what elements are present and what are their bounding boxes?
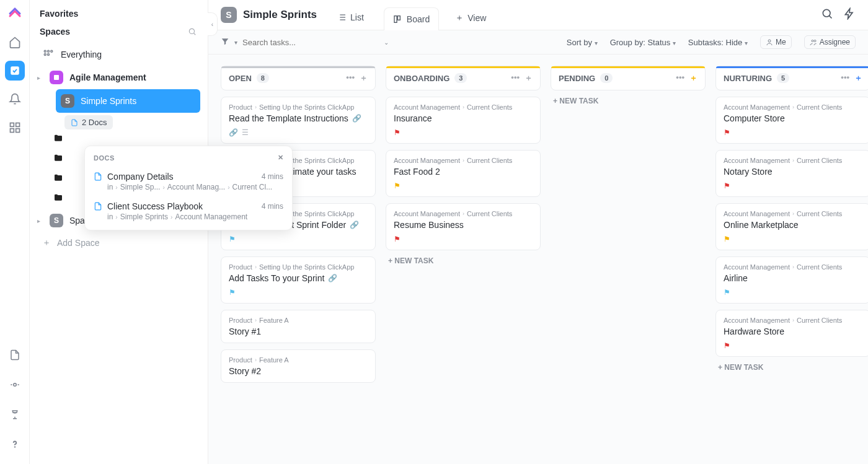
task-card[interactable]: Account Management ›Current Clients Nota…: [715, 150, 868, 197]
new-task-button[interactable]: + NEW TASK: [386, 250, 541, 271]
sidebar-item-simple-sprints[interactable]: S Simple Sprints: [56, 89, 200, 113]
goals-icon[interactable]: [5, 405, 25, 424]
svg-rect-15: [397, 15, 400, 20]
priority-flag-icon: ⚑: [394, 182, 401, 190]
favorites-heading[interactable]: Favorites: [37, 9, 200, 19]
attachment-icon: 🔗: [350, 221, 359, 229]
task-breadcrumb: Account Management ›Current Clients: [394, 157, 533, 164]
new-task-button[interactable]: + NEW TASK: [715, 357, 868, 378]
board[interactable]: OPEN 8 ••• ＋ Product ›Setting Up the Spr…: [208, 55, 868, 464]
task-breadcrumb: Account Management ›Current Clients: [394, 210, 533, 217]
priority-flag-icon: ⚑: [724, 128, 730, 137]
column-header[interactable]: ONBOARDING 3 ••• ＋: [386, 66, 541, 90]
search-spaces-icon[interactable]: [187, 26, 198, 37]
plus-icon: ＋: [455, 12, 464, 24]
svg-point-6: [14, 447, 15, 447]
add-task-icon[interactable]: ＋: [360, 72, 368, 84]
svg-point-8: [44, 50, 46, 52]
tab-list[interactable]: List: [328, 6, 373, 30]
close-icon[interactable]: ✕: [278, 154, 284, 162]
add-task-icon[interactable]: ＋: [854, 72, 862, 84]
column-header[interactable]: OPEN 8 ••• ＋: [221, 66, 376, 90]
collapse-sidebar-button[interactable]: ‹: [208, 12, 218, 36]
column-name: NURTURING: [724, 74, 772, 83]
subtasks-button[interactable]: Subtasks: Hide ▾: [688, 38, 748, 47]
task-card[interactable]: Product ›Feature A Story #1: [221, 310, 376, 343]
help-icon[interactable]: [5, 434, 25, 454]
new-task-button[interactable]: + NEW TASK: [551, 90, 706, 112]
column-count: 0: [600, 73, 613, 83]
search-icon[interactable]: [821, 7, 833, 22]
spaces-heading[interactable]: Spaces: [40, 27, 70, 37]
add-view-button[interactable]: ＋ View: [450, 6, 491, 30]
column-menu-icon[interactable]: •••: [676, 72, 684, 84]
me-filter-button[interactable]: Me: [760, 35, 792, 49]
search-tasks-input[interactable]: [242, 38, 329, 47]
column-menu-icon[interactable]: •••: [841, 72, 849, 84]
priority-flag-icon: ⚑: [229, 288, 236, 297]
task-title: Fast Food 2: [394, 167, 533, 177]
task-title: Computer Store: [724, 113, 862, 123]
task-card[interactable]: Account Management ›Current Clients Onli…: [715, 203, 868, 250]
column-menu-icon[interactable]: •••: [511, 72, 520, 84]
task-card[interactable]: Account Management ›Current Clients Hard…: [715, 310, 868, 357]
group-by-button[interactable]: Group by: Status ▾: [610, 38, 676, 47]
task-card[interactable]: Account Management ›Current Clients Fast…: [386, 150, 541, 197]
column-header[interactable]: NURTURING 5 ••• ＋: [715, 66, 868, 90]
sidebar-item-everything[interactable]: Everything: [37, 43, 200, 66]
task-card[interactable]: Account Management ›Current Clients Airl…: [715, 256, 868, 304]
task-breadcrumb: Product ›Feature A: [229, 356, 368, 364]
add-task-icon[interactable]: ＋: [525, 72, 533, 84]
column-header[interactable]: PENDING 0 ••• ＋: [551, 66, 706, 90]
tasks-icon[interactable]: [5, 61, 25, 81]
caret-icon[interactable]: ▸: [37, 217, 45, 224]
column-count: 3: [454, 73, 467, 83]
task-card[interactable]: Product ›Setting Up the Sprints ClickApp…: [221, 256, 376, 304]
sort-by-button[interactable]: Sort by ▾: [567, 38, 598, 47]
doc-row[interactable]: Company Details 4 mins in ›Simple Sp... …: [85, 167, 292, 196]
task-card[interactable]: Account Management ›Current Clients Comp…: [715, 97, 868, 144]
task-card[interactable]: Account Management ›Current Clients Insu…: [386, 97, 541, 144]
page-badge: S: [221, 7, 237, 23]
task-card[interactable]: Product ›Feature A Story #2: [221, 349, 376, 383]
priority-flag-icon: ⚑: [724, 182, 730, 190]
notifications-icon[interactable]: [5, 89, 25, 109]
caret-icon[interactable]: ▸: [37, 74, 45, 81]
doc-breadcrumb: in ›Simple Sp... ›Account Manag... ›Curr…: [107, 183, 283, 191]
everything-label: Everything: [61, 50, 102, 59]
assignee-filter-button[interactable]: Assignee: [804, 35, 856, 49]
caret-icon[interactable]: ▾: [48, 98, 56, 105]
dashboards-icon[interactable]: [5, 118, 25, 138]
docs-chip[interactable]: 2 Docs: [64, 115, 113, 129]
docs-icon[interactable]: [5, 345, 25, 365]
home-icon[interactable]: [5, 32, 25, 52]
add-task-icon[interactable]: ＋: [689, 72, 698, 84]
chevron-down-icon[interactable]: ▾: [234, 39, 237, 46]
priority-flag-icon: ⚑: [724, 235, 730, 243]
add-space-button[interactable]: ＋ Add Space: [37, 232, 200, 253]
task-title: Notary Store: [724, 167, 862, 177]
main-area: ‹ S Simple Sprints List Board ＋ View: [208, 0, 868, 464]
column-menu-icon[interactable]: •••: [346, 72, 355, 84]
svg-rect-1: [10, 123, 14, 127]
app-logo[interactable]: [5, 4, 25, 24]
task-title: Airline: [724, 273, 862, 283]
task-card[interactable]: Product ›Setting Up the Sprints ClickApp…: [221, 97, 376, 144]
pulse-icon[interactable]: [5, 375, 25, 395]
left-rail: [0, 0, 30, 464]
task-card[interactable]: Account Management ›Current Clients Resu…: [386, 203, 541, 250]
doc-row[interactable]: Client Success Playbook 4 mins in ›Simpl…: [85, 196, 292, 226]
tab-board[interactable]: Board: [384, 7, 439, 30]
filter-icon[interactable]: [221, 37, 229, 48]
svg-rect-13: [54, 75, 59, 80]
svg-point-12: [48, 54, 50, 56]
attachment-icon: 🔗: [229, 128, 238, 137]
agile-label: Agile Management: [69, 72, 146, 82]
docs-popover-heading: DOCS: [94, 154, 115, 162]
task-title: Online Marketplace: [724, 220, 862, 230]
svg-point-9: [48, 50, 50, 52]
chevron-down-icon[interactable]: ⌄: [384, 39, 389, 46]
sidebar-item-agile[interactable]: Agile Management: [45, 66, 200, 89]
task-title: Story #2: [229, 366, 368, 376]
automations-icon[interactable]: [843, 7, 856, 22]
